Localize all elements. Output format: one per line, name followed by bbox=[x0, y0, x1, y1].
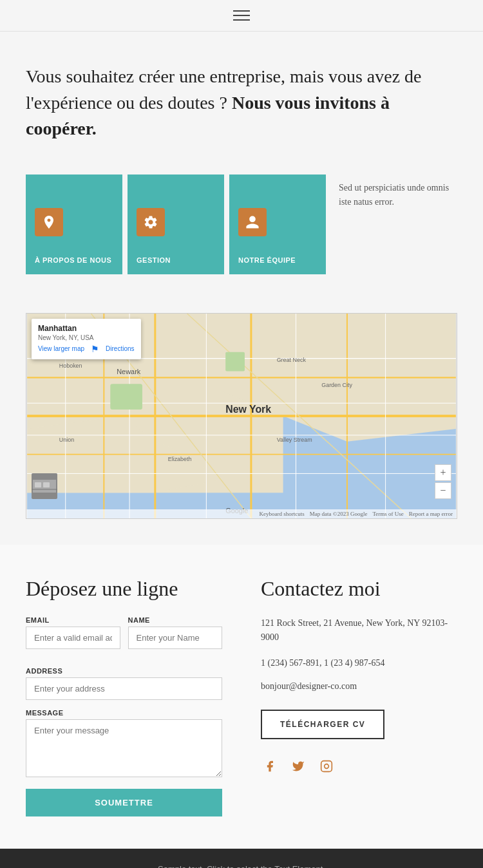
location-pin-icon bbox=[41, 214, 57, 230]
name-input[interactable] bbox=[128, 627, 223, 649]
card-icon-management bbox=[137, 208, 165, 236]
person-icon bbox=[245, 214, 260, 230]
map-street-view-thumbnail[interactable] bbox=[32, 473, 57, 499]
form-group-message: MESSAGE bbox=[26, 709, 222, 777]
facebook-icon[interactable] bbox=[261, 757, 279, 775]
card-about[interactable]: À PROPOS DE NOUS bbox=[26, 175, 122, 274]
card-icon-about bbox=[35, 208, 63, 236]
address-label: ADDRESS bbox=[26, 667, 222, 675]
address-input[interactable] bbox=[26, 677, 222, 700]
directions-icon[interactable]: ⚑ bbox=[91, 344, 99, 354]
menu-button[interactable] bbox=[233, 10, 250, 21]
footer: Sample text. Click to select the Text El… bbox=[0, 849, 483, 868]
map-container[interactable]: New York Newark Hoboken Great Neck Garde… bbox=[26, 313, 457, 519]
card-label-about: À PROPOS DE NOUS bbox=[35, 256, 111, 265]
card-label-management: GESTION bbox=[137, 256, 171, 265]
download-cv-button[interactable]: TÉLÉCHARGER CV bbox=[261, 710, 384, 739]
card-management[interactable]: GESTION bbox=[128, 175, 224, 274]
card-icon-team bbox=[238, 208, 267, 236]
svg-text:Valley Stream: Valley Stream bbox=[277, 437, 312, 443]
map-footer: Keyboard shortcuts Map data ©2023 Google… bbox=[26, 509, 457, 518]
footer-text: Sample text. Click to select the Text El… bbox=[15, 864, 468, 868]
svg-rect-38 bbox=[321, 760, 332, 771]
card-team[interactable]: NOTRE ÉQUIPE bbox=[229, 175, 326, 274]
contact-title: Contactez moi bbox=[261, 577, 457, 601]
email-input[interactable] bbox=[26, 627, 120, 649]
contact-info: Contactez moi 121 Rock Street, 21 Avenue… bbox=[261, 577, 457, 816]
street-view-icon bbox=[32, 473, 57, 499]
svg-rect-23 bbox=[225, 352, 245, 371]
twitter-svg bbox=[292, 760, 305, 773]
contact-email: bonjour@designer-co.com bbox=[261, 681, 457, 692]
card-label-team: NOTRE ÉQUIPE bbox=[238, 256, 296, 265]
form-row-email-name: EMAIL NAME bbox=[26, 616, 222, 658]
directions-link[interactable]: Directions bbox=[106, 345, 134, 352]
map-footer-report[interactable]: Report a map error bbox=[409, 511, 453, 517]
instagram-svg bbox=[320, 760, 333, 773]
message-label: MESSAGE bbox=[26, 709, 222, 717]
social-icons bbox=[261, 757, 457, 775]
hero-section: Vous souhaitez créer une entreprise, mai… bbox=[0, 32, 483, 162]
gear-icon bbox=[143, 214, 158, 230]
submit-button[interactable]: SOUMETTRE bbox=[26, 789, 222, 816]
name-label: NAME bbox=[128, 616, 223, 624]
hero-heading: Vous souhaitez créer une entreprise, mai… bbox=[26, 64, 457, 142]
cards-section: À PROPOS DE NOUS GESTION NOTRE ÉQUIPE Se… bbox=[0, 162, 483, 300]
map-controls: + − bbox=[435, 464, 451, 499]
map-zoom-out-button[interactable]: − bbox=[435, 482, 451, 499]
cards-row: À PROPOS DE NOUS GESTION NOTRE ÉQUIPE bbox=[26, 175, 326, 274]
view-larger-map-link[interactable]: View larger map bbox=[38, 345, 84, 352]
map-popup: Manhattan New York, NY, USA View larger … bbox=[32, 319, 141, 359]
form-group-email: EMAIL bbox=[26, 616, 120, 649]
map-zoom-in-button[interactable]: + bbox=[435, 464, 451, 481]
instagram-icon[interactable] bbox=[317, 757, 336, 775]
twitter-icon[interactable] bbox=[289, 757, 307, 775]
popup-subtitle: New York, NY, USA bbox=[38, 334, 135, 341]
form-group-address: ADDRESS bbox=[26, 667, 222, 700]
contact-address: 121 Rock Street, 21 Avenue, New York, NY… bbox=[261, 616, 457, 645]
form-title: Déposez une ligne bbox=[26, 577, 222, 601]
contact-phone: 1 (234) 567-891, 1 (23 4) 987-654 bbox=[261, 658, 457, 668]
contact-form: Déposez une ligne EMAIL NAME ADDRESS MES… bbox=[26, 577, 222, 816]
cards-aside: Sed ut perspiciatis unde omnis iste natu… bbox=[326, 175, 457, 216]
svg-rect-22 bbox=[110, 384, 142, 410]
svg-text:New York: New York bbox=[225, 404, 271, 415]
popup-links: View larger map ⚑ Directions bbox=[38, 344, 135, 354]
svg-text:Hoboken: Hoboken bbox=[59, 363, 82, 369]
facebook-svg bbox=[263, 760, 276, 773]
svg-text:Garden City: Garden City bbox=[321, 382, 352, 388]
form-group-name: NAME bbox=[128, 616, 223, 649]
message-textarea[interactable] bbox=[26, 719, 222, 777]
svg-text:Newark: Newark bbox=[117, 368, 141, 375]
svg-rect-35 bbox=[35, 482, 41, 487]
map-footer-terms[interactable]: Terms of Use bbox=[372, 511, 403, 517]
map-section: New York Newark Hoboken Great Neck Garde… bbox=[0, 300, 483, 545]
svg-text:Great Neck: Great Neck bbox=[277, 356, 307, 363]
map-footer-shortcuts: Keyboard shortcuts bbox=[260, 511, 305, 517]
svg-text:Elizabeth: Elizabeth bbox=[168, 455, 192, 462]
popup-title: Manhattan bbox=[38, 324, 135, 333]
svg-text:Union: Union bbox=[59, 437, 74, 443]
header bbox=[0, 0, 483, 32]
cards-aside-text: Sed ut perspiciatis unde omnis iste natu… bbox=[339, 181, 457, 210]
email-label: EMAIL bbox=[26, 616, 120, 624]
svg-rect-36 bbox=[43, 482, 50, 487]
map-footer-data: Map data ©2023 Google bbox=[310, 511, 368, 517]
contact-section: Déposez une ligne EMAIL NAME ADDRESS MES… bbox=[0, 545, 483, 849]
